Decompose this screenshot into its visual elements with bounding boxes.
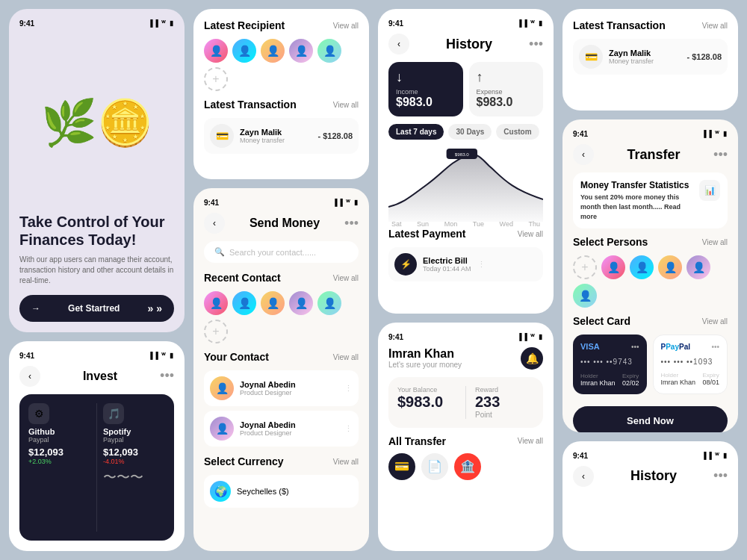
latest-transaction-header: Latest Transaction View all [204, 99, 359, 111]
visa-more[interactable]: ••• [631, 343, 639, 351]
more-button-transfer[interactable]: ••• [713, 147, 728, 163]
svg-text:$983.0: $983.0 [455, 152, 470, 157]
payment-item: ⚡ Electric Bill Today 01:44 AM ⋮ [388, 247, 543, 281]
currency-name: Seychelles ($) [237, 487, 289, 496]
filter-7days[interactable]: Last 7 days [388, 124, 444, 140]
recent-avatar-4[interactable]: 👤 [289, 291, 313, 315]
invest-title: Invest [83, 370, 117, 383]
latest-trans-item: 💳 Zayn Malik Money transfer - $128.08 [573, 39, 728, 75]
latest-trans-header: Latest Transaction View all [573, 19, 728, 31]
recent-view-all[interactable]: View all [333, 274, 359, 282]
send-money-title: Send Money [249, 217, 320, 230]
contact-1-more[interactable]: ⋮ [344, 384, 353, 393]
contact-item-2[interactable]: 👤 Joynal Abedin Product Designer ⋮ [204, 411, 359, 447]
avatar-3[interactable]: 👤 [261, 39, 285, 63]
currency-header: Select Currency View all [204, 455, 359, 467]
currency-flag: 🌍 [210, 481, 231, 502]
contact-1-info: Joynal Abedin Product Designer [240, 380, 338, 396]
recent-avatar-2[interactable]: 👤 [232, 291, 256, 315]
income-icon: ↓ [396, 69, 456, 85]
status-bar-history: 9:41 ▐▐ ᵂ ▮ [388, 19, 543, 28]
expense-stat: ↑ Expense $983.0 [469, 62, 544, 116]
avatar-5[interactable]: 👤 [317, 39, 341, 63]
back-button-hist-bottom[interactable]: ‹ [573, 466, 594, 487]
recent-contact-avatars: 👤 👤 👤 👤 👤 + [204, 291, 359, 343]
invest-item-spotify: 🎵 Spotify Paypal $12,093 -4.01% 〜〜〜 [103, 403, 165, 532]
status-bar-1: 9:41 ▐▐ ᵂ ▮ [19, 19, 174, 28]
more-button-history[interactable]: ••• [529, 37, 543, 52]
transfer-btn-1[interactable]: 💳 [388, 453, 415, 480]
person-avatar-5[interactable]: 👤 [573, 284, 597, 308]
transfer-icons: 💳 📄 🏦 [388, 453, 543, 480]
your-contact-view-all[interactable]: View all [333, 353, 359, 361]
add-person-button[interactable]: + [573, 255, 597, 279]
avatar-2[interactable]: 👤 [232, 39, 256, 63]
status-bar-transfer: 9:41 ▐▐ ᵂ ▮ [573, 130, 728, 138]
add-recipient-button[interactable]: + [204, 67, 228, 91]
latest-trans-icon: 💳 [579, 45, 603, 69]
status-bar-imran: 9:41 ▐▐ ᵂ ▮ [388, 333, 543, 341]
contact-2-more[interactable]: ⋮ [344, 424, 353, 434]
visa-card[interactable]: VISA ••• ••• ••• ••9743 Holder Imran Kha… [573, 335, 647, 394]
spotify-icon: 🎵 [103, 403, 124, 424]
search-icon: 🔍 [214, 247, 225, 257]
all-transfer-row: All Transfer View all [388, 435, 543, 447]
stats-row: ↓ Income $983.0 ↑ Expense $983.0 [388, 62, 543, 116]
recent-avatar-1[interactable]: 👤 [204, 291, 228, 315]
avatar-4[interactable]: 👤 [289, 39, 313, 63]
your-contact-header: Your Contact View all [204, 351, 359, 363]
payment-more[interactable]: ⋮ [477, 260, 486, 270]
user-header: Imran Khan Let's sure your money 🔔 [388, 347, 543, 370]
card-view-all[interactable]: View all [702, 317, 728, 326]
person-avatar-2[interactable]: 👤 [630, 255, 654, 279]
select-persons-header: Select Persons View all [573, 236, 728, 248]
transfer-btn-3[interactable]: 🏦 [454, 453, 481, 480]
payment-icon: ⚡ [394, 253, 417, 276]
transfer-view-all[interactable]: View all [518, 437, 543, 445]
recipients-view-all[interactable]: View all [333, 22, 359, 30]
recent-contact-header: Recent Contact View all [204, 272, 359, 284]
paypal-card[interactable]: PPayPal ••• ••• ••• ••1093 Holder Imran … [653, 335, 728, 394]
reward-item: Reward 233 Point [475, 386, 534, 419]
filter-custom[interactable]: Custom [496, 124, 539, 140]
transaction-view-all[interactable]: View all [333, 101, 359, 109]
transfer-btn-2[interactable]: 📄 [421, 453, 448, 480]
currency-view-all[interactable]: View all [333, 458, 359, 466]
github-icon: ⚙ [28, 403, 49, 424]
balance-item: Your Balance $983.0 [397, 386, 456, 419]
payment-view-all[interactable]: View all [518, 230, 543, 238]
notification-button[interactable]: 🔔 [521, 347, 543, 370]
contact-search[interactable]: 🔍 Search your contact...... [204, 241, 359, 263]
get-started-button[interactable]: → Get Startred » » [19, 295, 174, 322]
recipients-avatars: 👤 👤 👤 👤 👤 + [204, 39, 359, 91]
recent-avatar-5[interactable]: 👤 [317, 291, 341, 315]
avatar-1[interactable]: 👤 [204, 39, 228, 63]
back-button-invest[interactable]: ‹ [19, 366, 40, 387]
person-avatar-3[interactable]: 👤 [658, 255, 682, 279]
persons-avatars: + 👤 👤 👤 👤 👤 [573, 255, 728, 308]
hero-headline: Take Control of Your Finances Today! [19, 213, 174, 249]
send-now-button[interactable]: Send Now [573, 406, 728, 432]
person-avatar-1[interactable]: 👤 [601, 255, 625, 279]
latest-transaction-title: Latest Transaction [204, 99, 297, 111]
history-header: ‹ History ••• [388, 34, 543, 55]
invest-item-github: ⚙ Github Paypal $12,093 +2.03% [28, 403, 90, 532]
back-button-history[interactable]: ‹ [388, 34, 409, 55]
add-contact-button[interactable]: + [204, 320, 228, 343]
paypal-more[interactable]: ••• [711, 343, 719, 351]
contact-item-1[interactable]: 👤 Joynal Abedin Product Designer ⋮ [204, 370, 359, 406]
more-button-invest[interactable]: ••• [160, 368, 174, 384]
transaction-info: Zayn Malik Money transfer [240, 128, 312, 144]
back-button-send[interactable]: ‹ [204, 213, 225, 234]
filter-30days[interactable]: 30 Days [448, 124, 492, 140]
back-button-transfer[interactable]: ‹ [573, 144, 594, 165]
recent-avatar-3[interactable]: 👤 [261, 291, 285, 315]
select-card-header: Select Card View all [573, 315, 728, 327]
income-stat: ↓ Income $983.0 [388, 62, 463, 116]
latest-trans-view-all[interactable]: View all [702, 22, 728, 30]
currency-item[interactable]: 🌍 Seychelles ($) [204, 475, 359, 508]
person-avatar-4[interactable]: 👤 [686, 255, 710, 279]
more-button-send[interactable]: ••• [344, 216, 359, 231]
persons-view-all[interactable]: View all [702, 238, 728, 246]
more-button-hist-bottom[interactable]: ••• [713, 468, 728, 484]
